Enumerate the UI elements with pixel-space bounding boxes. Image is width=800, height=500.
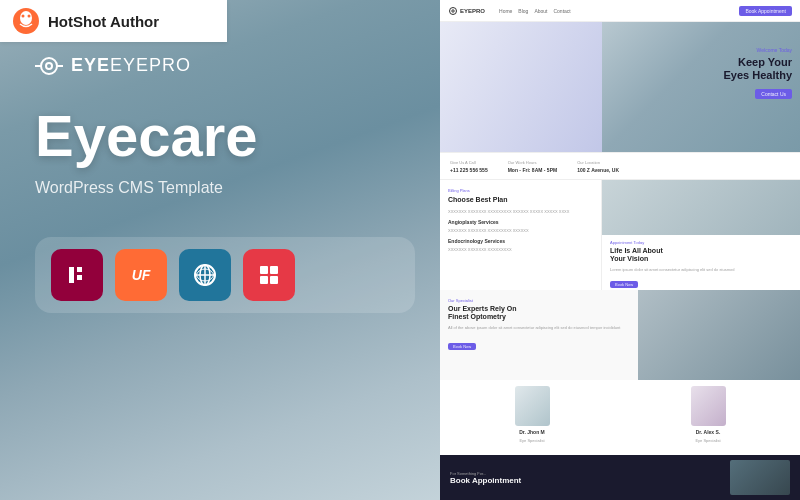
svg-rect-18 — [270, 276, 278, 284]
svg-point-2 — [22, 15, 25, 18]
mini-nav-blog: Blog — [518, 8, 528, 14]
mini-doctor-1: Dr. Jhon M Eye Specialist — [448, 386, 616, 449]
mini-hero-label: Welcome Today — [724, 47, 792, 53]
quix-icon — [258, 264, 280, 286]
info-location: Our Location 100 Z Avenue, UK — [577, 160, 619, 173]
mini-nav-links: Home Blog About Contact — [499, 8, 571, 14]
mini-nav-contact: Contact — [553, 8, 570, 14]
mini-doctor-1-title: Eye Specialist — [519, 438, 544, 443]
uf-badge: UF — [115, 249, 167, 301]
mini-vision-title: Life Is All About Your Vision — [610, 247, 792, 264]
svg-point-3 — [28, 15, 31, 18]
hotshot-logo-icon — [12, 7, 40, 35]
mini-book-title: Book Appointment — [450, 476, 720, 485]
info-hours-label: Our Work Hours — [508, 160, 557, 165]
mini-plan-box: Billing Plans Choose Best Plan XXXXXXX X… — [440, 180, 602, 290]
mini-book-section: For Something For... Book Appointment — [440, 455, 800, 500]
svg-rect-10 — [77, 275, 82, 280]
left-panel: EYEEYEPRO Eyecare WordPress CMS Template… — [0, 0, 450, 500]
eyepro-logo-icon — [35, 56, 63, 76]
svg-rect-15 — [260, 266, 268, 274]
svg-rect-9 — [77, 267, 82, 272]
header-bar: HotShot Author — [0, 0, 227, 42]
mini-vision-label: Appointment Today — [610, 240, 792, 245]
mini-doctor-1-image — [515, 386, 550, 426]
mini-book-text: For Something For... Book Appointment — [450, 471, 720, 485]
svg-point-1 — [20, 11, 32, 25]
sub-title: WordPress CMS Template — [35, 179, 415, 197]
svg-point-19 — [450, 7, 457, 14]
mini-info-bar: Give Us A Call +11 225 556 555 Our Work … — [440, 152, 800, 180]
mini-hero-heading: Keep Your Eyes Healthy — [724, 56, 792, 82]
right-panel: EYEPRO Home Blog About Contact Book Appo… — [440, 0, 800, 500]
header-title: HotShot Author — [48, 13, 159, 30]
uf-label: UF — [132, 267, 151, 283]
svg-point-5 — [46, 63, 52, 69]
mini-vision-cta: Book Now — [610, 281, 638, 288]
mini-doctor-2-name: Dr. Alex S. — [696, 429, 721, 435]
mini-opto-title: Our Experts Rely On Finest Optometry — [448, 305, 630, 322]
mini-optometry-section: Our Specialist Our Experts Rely On Fines… — [440, 290, 800, 380]
mini-site: EYEPRO Home Blog About Contact Book Appo… — [440, 0, 800, 500]
info-phone-value: +11 225 556 555 — [450, 167, 488, 173]
mini-plan-label: Billing Plans — [448, 188, 593, 193]
info-hours-value: Mon - Fri: 8AM - 5PM — [508, 167, 557, 173]
mini-hero-cta-btn: Contact Us — [755, 89, 792, 99]
wordpress-badge — [179, 249, 231, 301]
mini-opto-label: Our Specialist — [448, 298, 630, 303]
main-title: Eyecare — [35, 106, 415, 167]
quix-badge — [243, 249, 295, 301]
svg-rect-17 — [260, 276, 268, 284]
brand-logo: EYEEYEPRO — [35, 55, 415, 76]
mini-site-logo: EYEPRO — [448, 7, 485, 15]
wordpress-icon — [193, 263, 217, 287]
info-location-value: 100 Z Avenue, UK — [577, 167, 619, 173]
svg-point-4 — [41, 58, 57, 74]
mini-plan-service1-desc: XXXXXXX XXXXXXX XXXXXXXXX XXXXXX — [448, 228, 593, 234]
mini-doctor-2-title: Eye Specialist — [695, 438, 720, 443]
mini-plan-service1: Angioplasty Services — [448, 219, 593, 225]
mini-hero: Welcome Today Keep Your Eyes Healthy Con… — [440, 22, 800, 152]
mini-opto-image — [638, 290, 800, 380]
mini-plan-service2: Endocrinology Services — [448, 238, 593, 244]
mini-plan-desc1: XXXXXXX XXXXXXX XXXXXXXXX XXXXXX XXXXX X… — [448, 209, 593, 215]
mini-doctor-1-name: Dr. Jhon M — [519, 429, 545, 435]
mini-plan-title: Choose Best Plan — [448, 196, 593, 204]
mini-opto-desc: All of the above ipsum dolor sit amet co… — [448, 325, 630, 331]
info-location-label: Our Location — [577, 160, 619, 165]
info-phone: Give Us A Call +11 225 556 555 — [450, 160, 488, 173]
svg-rect-8 — [69, 267, 74, 283]
mini-nav-home: Home — [499, 8, 512, 14]
mini-vision-box: Appointment Today Life Is All About Your… — [602, 180, 800, 290]
mini-plan-service2-desc: XXXXXXX XXXXXXX XXXXXXXXX — [448, 247, 593, 253]
svg-point-20 — [452, 9, 454, 11]
info-phone-label: Give Us A Call — [450, 160, 488, 165]
mini-nav-about: About — [534, 8, 547, 14]
plugin-icons-wrapper: UF — [35, 237, 415, 313]
mini-hero-content: Welcome Today Keep Your Eyes Healthy Con… — [724, 47, 792, 100]
mini-vision-image — [602, 180, 800, 235]
brand-logo-text: EYEEYEPRO — [71, 55, 191, 76]
mini-doctor-2-image — [691, 386, 726, 426]
mini-vision-desc: Lorem ipsum dolor sit amet consectetur a… — [610, 267, 792, 273]
mini-opto-left: Our Specialist Our Experts Rely On Fines… — [440, 290, 638, 380]
mini-logo-icon — [448, 7, 458, 15]
mini-vision-text: Appointment Today Life Is All About Your… — [602, 235, 800, 290]
mini-nav-cta: Book Appointment — [739, 6, 792, 16]
mini-doctor-2: Dr. Alex S. Eye Specialist — [624, 386, 792, 449]
mini-nav: EYEPRO Home Blog About Contact Book Appo… — [440, 0, 800, 22]
mini-book-image — [730, 460, 790, 495]
mini-content-section: Billing Plans Choose Best Plan XXXXXXX X… — [440, 180, 800, 290]
left-content: EYEEYEPRO Eyecare WordPress CMS Template… — [0, 0, 450, 500]
elementor-badge — [51, 249, 103, 301]
info-hours: Our Work Hours Mon - Fri: 8AM - 5PM — [508, 160, 557, 173]
mini-doctors-section: Dr. Jhon M Eye Specialist Dr. Alex S. Ey… — [440, 380, 800, 455]
svg-rect-16 — [270, 266, 278, 274]
mini-logo-text: EYEPRO — [460, 8, 485, 14]
elementor-icon — [66, 264, 88, 286]
mini-opto-cta: Book Now — [448, 343, 476, 350]
